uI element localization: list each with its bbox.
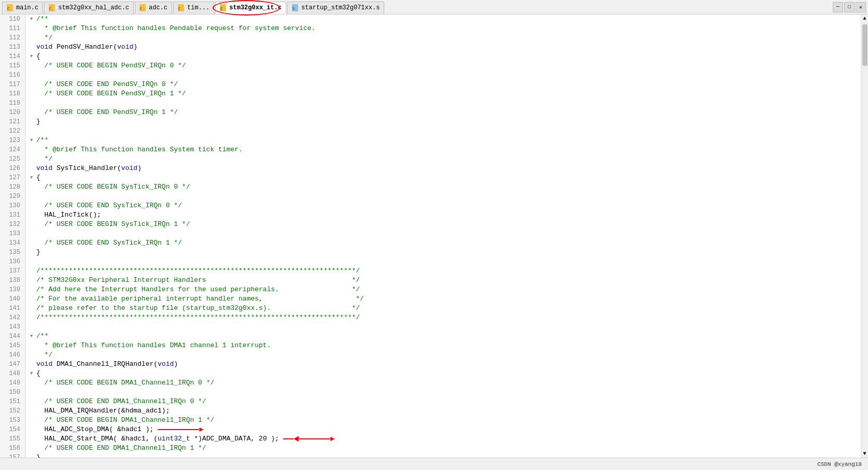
editor-container: 1101111121131141151161171181191201211221… <box>0 15 868 458</box>
svg-text:C: C <box>220 7 222 11</box>
maximize-button[interactable]: □ <box>844 2 855 12</box>
status-bar: CSDN @xyang18 <box>0 458 868 470</box>
svg-text:C: C <box>178 7 180 11</box>
tab-startup[interactable]: Sstartup_stm32g071xx.s <box>287 2 384 14</box>
line-number: 153 <box>3 416 22 425</box>
code-line: /* USER CODE BEGIN DMA1_Channel1_IRQn 0 … <box>30 378 861 388</box>
tab-icon-main: C <box>7 4 14 11</box>
code-line: ▼/** <box>30 15 861 24</box>
code-line: void SysTick_Handler(void) <box>30 164 861 173</box>
line-number: 137 <box>3 266 22 276</box>
line-number: 128 <box>3 182 22 192</box>
scroll-down[interactable]: ▼ <box>862 450 867 458</box>
line-number: 156 <box>3 444 22 453</box>
tab-label-adc: adc.c <box>149 4 167 11</box>
line-number: 144 <box>3 332 22 341</box>
minimize-button[interactable]: ─ <box>833 2 843 12</box>
line-number: 114 <box>3 52 22 61</box>
tab-label-main: main.c <box>16 4 38 11</box>
code-area[interactable]: ▼/** * @brief This function handles Pend… <box>26 15 861 458</box>
code-line: /* USER CODE END PendSV_IRQn 1 */ <box>30 108 861 117</box>
code-line: * @brief This function handles DMA1 chan… <box>30 341 861 350</box>
fold-icon[interactable]: ▼ <box>30 15 36 24</box>
line-number: 127 <box>3 173 22 182</box>
code-line <box>30 70 861 80</box>
code-line: /* USER CODE BEGIN SysTick_IRQn 0 */ <box>30 182 861 192</box>
line-number: 135 <box>3 248 22 257</box>
code-line: ▼/** <box>30 136 861 145</box>
code-line: /* USER CODE BEGIN PendSV_IRQn 0 */ <box>30 61 861 70</box>
line-number: 147 <box>3 360 22 369</box>
code-line <box>30 229 861 238</box>
svg-text:C: C <box>7 7 9 11</box>
line-number: 118 <box>3 89 22 98</box>
tab-icon-startup: S <box>292 4 299 11</box>
line-number: 122 <box>3 126 22 136</box>
code-line: /* USER CODE END DMA1_Channel1_IRQn 1 */ <box>30 444 861 453</box>
code-line: * @brief This function handles System ti… <box>30 145 861 154</box>
line-number: 121 <box>3 117 22 126</box>
line-number: 131 <box>3 210 22 220</box>
tab-it[interactable]: Cstm32g0xx_it.c <box>215 2 286 14</box>
code-line: /***************************************… <box>30 313 861 322</box>
line-number: 125 <box>3 154 22 164</box>
line-number: 152 <box>3 406 22 416</box>
line-number: 120 <box>3 108 22 117</box>
fold-icon[interactable]: ▼ <box>30 173 36 182</box>
scrollbar-vertical[interactable]: ▲ ▼ <box>861 15 868 458</box>
code-line <box>30 388 861 397</box>
svg-text:C: C <box>140 7 142 11</box>
line-number: 146 <box>3 350 22 360</box>
code-line <box>30 322 861 332</box>
tab-label-it: stm32g0xx_it.c <box>229 4 282 11</box>
tab-icon-tim: C <box>178 4 185 11</box>
svg-text:C: C <box>49 7 51 11</box>
code-line <box>30 192 861 201</box>
fold-icon[interactable]: ▼ <box>30 52 36 61</box>
line-number: 117 <box>3 80 22 89</box>
tab-hal_adc[interactable]: Cstm32g0xx_hal_adc.c <box>44 2 134 14</box>
code-line: * @brief This function handles Pendable … <box>30 24 861 33</box>
code-line: /* USER CODE BEGIN DMA1_Channel1_IRQn 1 … <box>30 416 861 425</box>
tab-tim[interactable]: Ctim... <box>173 2 214 14</box>
line-number: 134 <box>3 238 22 248</box>
fold-icon[interactable]: ▼ <box>30 332 36 341</box>
svg-text:S: S <box>292 7 295 11</box>
line-number: 151 <box>3 397 22 406</box>
line-number: 129 <box>3 192 22 201</box>
tab-label-hal_adc: stm32g0xx_hal_adc.c <box>58 4 129 11</box>
line-number: 145 <box>3 341 22 350</box>
code-line <box>30 126 861 136</box>
tab-main[interactable]: Cmain.c <box>2 2 43 14</box>
scrollbar-thumb[interactable] <box>862 24 867 66</box>
scroll-up[interactable]: ▲ <box>862 15 867 22</box>
tab-icon-it: C <box>220 4 227 11</box>
line-number: 113 <box>3 42 22 52</box>
code-line: /* please refer to the startup file (sta… <box>30 304 861 313</box>
tab-label-tim: tim... <box>187 4 209 11</box>
fold-icon[interactable]: ▼ <box>30 369 36 378</box>
code-line: */ <box>30 350 861 360</box>
code-line: /* USER CODE END DMA1_Channel1_IRQn 0 */ <box>30 397 861 406</box>
code-line: /* Add here the Interrupt Handlers for t… <box>30 285 861 294</box>
code-line: ▼{ <box>30 173 861 182</box>
code-line: */ <box>30 154 861 164</box>
close-window-button[interactable]: ✕ <box>856 2 866 12</box>
code-line: ▼{ <box>30 369 861 378</box>
line-number: 119 <box>3 98 22 108</box>
red-arrow-annotation: ► <box>158 426 203 433</box>
code-line: /* USER CODE BEGIN PendSV_IRQn 1 */ <box>30 89 861 98</box>
line-number: 142 <box>3 313 22 322</box>
code-line <box>30 98 861 108</box>
code-line: } <box>30 117 861 126</box>
line-number: 154 <box>3 425 22 434</box>
line-number: 112 <box>3 33 22 42</box>
tab-adc[interactable]: Cadc.c <box>135 2 172 14</box>
line-number: 143 <box>3 322 22 332</box>
fold-icon[interactable]: ▼ <box>30 136 36 145</box>
code-line: /* STM32G0xx Peripheral Interrupt Handle… <box>30 276 861 285</box>
code-line: HAL_ADC_Stop_DMA( &hadc1 );► <box>30 425 861 434</box>
tab-bar: Cmain.cCstm32g0xx_hal_adc.cCadc.cCtim...… <box>0 0 868 15</box>
line-number: 132 <box>3 220 22 229</box>
code-line: } <box>30 248 861 257</box>
